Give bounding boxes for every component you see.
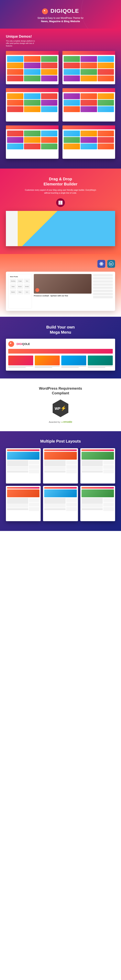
demo-card[interactable] — [6, 88, 58, 121]
wp-badge-icon: WP⚡ — [53, 399, 68, 417]
brand-name: DIGIQOLE — [50, 8, 79, 14]
demo-card[interactable] — [63, 126, 115, 159]
layouts-section: Multiple Post Layouts — [0, 431, 121, 531]
envato-leaf-icon: ● — [61, 421, 63, 423]
layouts-grid — [6, 448, 115, 521]
panel-title: New Posts — [10, 276, 30, 278]
menu-card[interactable] — [8, 356, 33, 368]
demos-description: The only complete design platform to off… — [6, 40, 35, 47]
awarded-by: Awarded by: ● envato — [6, 420, 115, 423]
megamenu-section: Build Your own Mega Menu DIGIQOLE — [0, 317, 121, 379]
elementor-description: Customize every aspect of your blog usin… — [23, 189, 98, 194]
layout-card[interactable] — [6, 486, 41, 521]
demo-card[interactable] — [63, 51, 115, 84]
widget-item[interactable]: Spacer — [10, 290, 16, 294]
demo-card[interactable] — [63, 88, 115, 121]
svg-point-0 — [101, 263, 102, 264]
sidebar-preview — [93, 274, 113, 309]
layout-card[interactable] — [6, 448, 41, 484]
widget-item[interactable]: Divider — [24, 284, 30, 289]
elementor-preview — [6, 211, 115, 246]
logo-icon — [8, 341, 14, 347]
demos-title: Unique Demos! — [6, 35, 115, 38]
hero-tagline: Simple & Easy to use WordPress Theme for — [6, 17, 115, 19]
menu-card[interactable] — [61, 356, 86, 368]
article-image — [34, 274, 92, 294]
hero-target: News, Magazine & Blog Website — [6, 20, 115, 23]
menu-card[interactable] — [88, 356, 113, 368]
newposts-preview: New Posts Heading Image Text Video Butto… — [6, 272, 115, 311]
elementor-logo-icon — [56, 198, 65, 207]
layout-card[interactable] — [80, 486, 115, 521]
demos-section: Unique Demos! The only complete design p… — [0, 29, 121, 169]
demo-grid — [6, 51, 115, 159]
brand-logo: DIGIQOLE — [6, 8, 115, 14]
wpreq-title: WordPress Requirements Compliant — [6, 386, 115, 396]
megamenu-preview: DIGIQOLE — [6, 339, 115, 371]
article-title: Prosecco cocktail - Spritzer with our fr… — [34, 295, 92, 297]
widget-panel: New Posts Heading Image Text Video Butto… — [8, 274, 32, 309]
layout-card[interactable] — [80, 448, 115, 484]
logo-icon — [42, 8, 48, 14]
demo-card[interactable] — [6, 126, 58, 159]
menu-card[interactable] — [35, 356, 60, 368]
hero-section: DIGIQOLE Simple & Easy to use WordPress … — [0, 0, 121, 29]
elementor-title: Drag & Drop Elementor Builder — [6, 177, 115, 186]
widget-item[interactable]: Video — [10, 284, 16, 289]
wordpress-icon — [107, 260, 115, 268]
widget-item[interactable]: Text — [24, 279, 30, 283]
elementor-section: Drag & Drop Elementor Builder Customize … — [0, 169, 121, 254]
widget-item[interactable]: Image — [17, 279, 23, 283]
demo-card[interactable] — [6, 51, 58, 84]
layouts-title: Multiple Post Layouts — [6, 439, 115, 444]
wpreq-section: WordPress Requirements Compliant WP⚡ Awa… — [0, 379, 121, 431]
newposts-section: New Posts Heading Image Text Video Butto… — [0, 254, 121, 317]
article-preview: Prosecco cocktail - Spritzer with our fr… — [34, 274, 92, 309]
widget-item[interactable]: Heading — [10, 279, 16, 283]
megamenu-title: Build Your own Mega Menu — [6, 325, 115, 335]
react-icon — [97, 260, 105, 268]
widget-item[interactable]: Icon — [24, 290, 30, 294]
layout-card[interactable] — [43, 448, 78, 484]
preview-brand: DIGIQOLE — [16, 342, 30, 345]
layout-card[interactable] — [43, 486, 78, 521]
nav-bar — [8, 349, 113, 353]
widget-item[interactable]: Button — [17, 284, 23, 289]
widget-item[interactable]: Maps — [17, 290, 23, 294]
